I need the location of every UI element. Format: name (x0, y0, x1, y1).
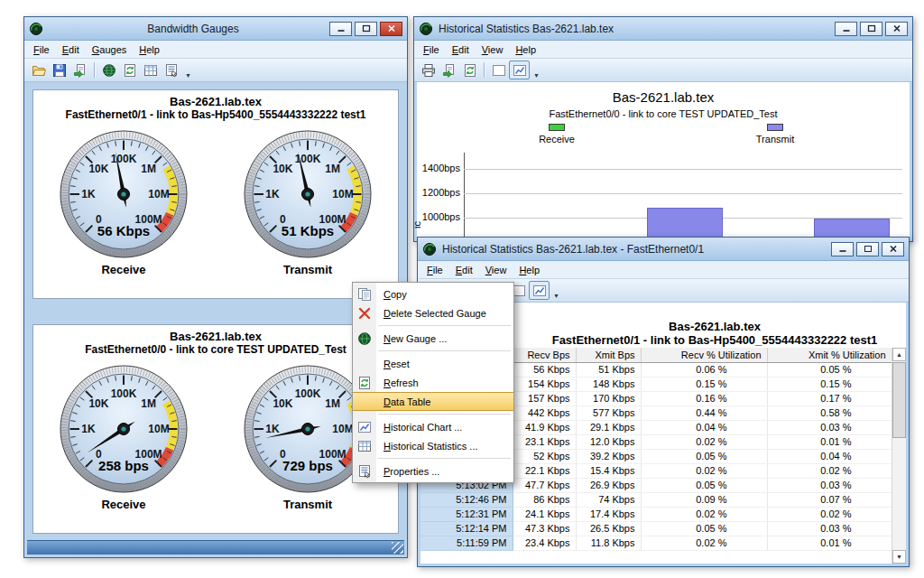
print-button[interactable] (418, 61, 439, 79)
value-cell: 56 Kbps (513, 362, 576, 377)
menu-help[interactable]: Help (133, 42, 166, 57)
value-cell: 86 Kbps (513, 492, 576, 507)
menu-item-label: New Gauge ... (383, 333, 447, 344)
menu-gauges[interactable]: Gauges (86, 42, 134, 57)
column-header-xmit-util[interactable]: Xmit % Utilization (767, 348, 892, 362)
export-button[interactable] (439, 61, 459, 79)
save-button[interactable] (49, 61, 69, 79)
menu-item-data-table[interactable]: Data Table (353, 392, 513, 411)
column-header-recv-bps[interactable]: Recv Bps (513, 348, 576, 362)
scroll-down-button[interactable]: ▼ (892, 550, 906, 564)
legend-transmit: Transmit (735, 124, 816, 144)
titlebar[interactable]: Historical Statistics Bas-2621.lab.tex (414, 17, 912, 41)
minimize-button[interactable] (835, 22, 857, 36)
maximize-button[interactable] (856, 242, 879, 256)
menu-separator (378, 350, 511, 351)
value-cell: 0.15 % (767, 377, 892, 391)
time-cell: 5:11:59 PM (420, 536, 513, 550)
titlebar[interactable]: Historical Statistics Bas-2621.lab.tex -… (418, 238, 909, 261)
open-button[interactable] (28, 61, 49, 79)
data-table-button[interactable] (140, 61, 161, 79)
menu-item-reset[interactable]: Reset (353, 354, 513, 373)
menu-file[interactable]: File (417, 42, 446, 57)
menu-edit[interactable]: Edit (56, 42, 86, 57)
titlebar[interactable]: Bandwidth Gauges (24, 17, 407, 41)
value-cell: 0.02 % (767, 507, 892, 521)
menu-item-copy[interactable]: Copy (353, 284, 513, 303)
maximize-button[interactable] (355, 22, 377, 36)
properties-button[interactable] (161, 61, 181, 79)
value-cell: 0.02 % (641, 434, 767, 449)
app-icon (29, 22, 43, 36)
svg-text:1K: 1K (265, 188, 280, 200)
vertical-scrollbar[interactable]: ▲ ▼ (892, 348, 906, 564)
table-row[interactable]: 5:12:46 PM86 Kbps74 Kbps0.09 %0.07 % (420, 492, 892, 507)
gauge-panel-fastethernet0-0[interactable]: Bas-2621.lab.tex FastEthernet0/0 - link … (32, 324, 399, 534)
close-button[interactable] (882, 242, 904, 256)
close-button[interactable] (380, 22, 402, 36)
toolbar-separator (94, 62, 95, 78)
refresh-button[interactable] (459, 61, 480, 79)
minimize-button[interactable] (831, 242, 854, 256)
column-header-recv-util[interactable]: Recv % Utilization (641, 348, 767, 362)
toolbar-overflow-caret[interactable]: ▼ (530, 72, 543, 79)
blank-view-button[interactable] (488, 61, 509, 79)
svg-text:258 bps: 258 bps (98, 458, 149, 473)
menu-item-new-gauge[interactable]: New Gauge ... (353, 329, 513, 348)
close-button[interactable] (885, 22, 908, 36)
line-chart-view-button[interactable] (509, 61, 530, 79)
import-button[interactable] (69, 61, 90, 79)
line-chart-view-button[interactable] (529, 281, 550, 300)
properties-icon (164, 63, 179, 78)
column-header-xmit-bps[interactable]: Xmit Bps (576, 348, 641, 362)
menu-view[interactable]: View (476, 42, 510, 57)
menu-help[interactable]: Help (509, 42, 542, 57)
legend-label: Receive (516, 134, 597, 144)
minimize-button[interactable] (329, 22, 352, 36)
window-bandwidth-gauges: Bandwidth Gauges File Edit Gauges Help ▼… (23, 16, 408, 558)
value-cell: 41.9 Kbps (513, 420, 576, 434)
gauge-label-transmit: Transmit (219, 498, 396, 511)
value-cell: 52 Kbps (513, 449, 576, 463)
toolbar-overflow-caret[interactable]: ▼ (550, 293, 563, 299)
menu-view[interactable]: View (479, 263, 513, 277)
table-row[interactable]: 5:12:14 PM47.3 Kbps26.5 Kbps0.05 %0.03 % (420, 521, 892, 536)
window-title: Historical Statistics Bas-2621.lab.tex (439, 23, 614, 35)
menu-item-properties[interactable]: Properties ... (353, 461, 513, 480)
table-row[interactable]: 5:11:59 PM23.4 Kbps11.8 Kbps0.02 %0.01 % (420, 536, 892, 550)
menu-item-delete-selected-gauge[interactable]: Delete Selected Gauge (353, 303, 513, 322)
value-cell: 170 Kbps (576, 391, 641, 406)
menu-file[interactable]: File (420, 263, 449, 277)
toolbar: ▼ (24, 59, 407, 82)
desktop: { "gauge_window": { "title": "Bandwidth … (0, 0, 924, 578)
chart-title: Bas-2621.lab.tex (417, 89, 910, 105)
menu-item-historical-chart[interactable]: Historical Chart ... (353, 417, 513, 436)
toolbar-overflow-caret[interactable]: ▼ (181, 72, 195, 79)
menu-help[interactable]: Help (513, 263, 546, 277)
menu-file[interactable]: File (27, 42, 56, 57)
line-chart-icon (513, 63, 527, 78)
menu-edit[interactable]: Edit (446, 42, 476, 57)
table-device-name: Bas-2621.lab.tex (669, 320, 761, 333)
svg-text:1K: 1K (265, 423, 280, 435)
menu-item-refresh[interactable]: Refresh (353, 373, 513, 392)
table-row[interactable]: 5:12:31 PM24.1 Kbps17.4 Kbps0.02 %0.02 % (420, 507, 892, 521)
value-cell: 0.02 % (641, 507, 767, 521)
menu-edit[interactable]: Edit (449, 263, 479, 277)
svg-text:100K: 100K (111, 387, 137, 400)
value-cell: 0.01 % (767, 434, 892, 449)
scroll-up-button[interactable]: ▲ (892, 348, 906, 361)
scroll-thumb[interactable] (892, 362, 906, 438)
transmit-swatch (767, 124, 783, 131)
maximize-button[interactable] (860, 22, 882, 36)
new-gauge-button[interactable] (98, 61, 119, 79)
legend-label: Transmit (735, 134, 816, 144)
svg-text:729 bps: 729 bps (282, 458, 333, 473)
gauge-panel-fastethernet0-1[interactable]: Bas-2621.lab.tex FastEthernet0/1 - link … (32, 89, 399, 299)
resize-grip[interactable] (392, 542, 403, 554)
refresh-button[interactable] (119, 61, 140, 79)
menu-item-historical-statistics[interactable]: Historical Statistics ... (353, 436, 513, 455)
folder-open-icon (32, 63, 46, 78)
value-cell: 0.15 % (641, 377, 767, 391)
window-title: Historical Statistics Bas-2621.lab.tex -… (442, 243, 704, 256)
